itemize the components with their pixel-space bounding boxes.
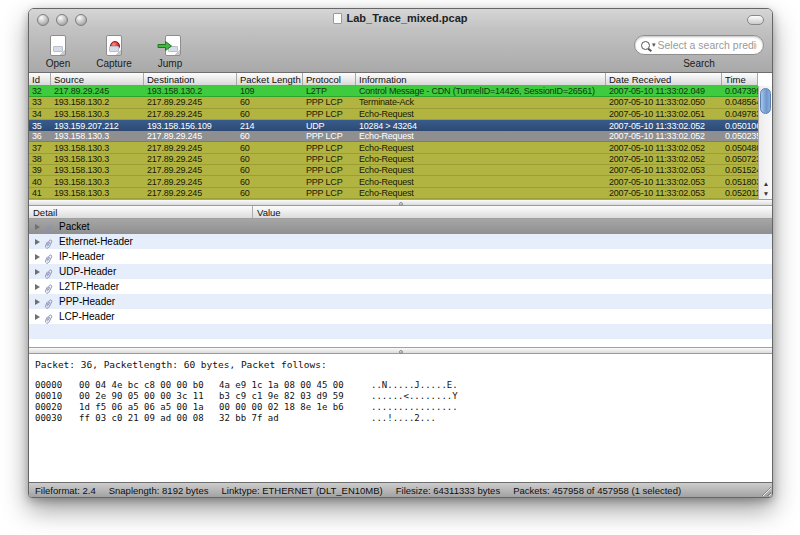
- detail-row-packet[interactable]: Packet: [29, 219, 772, 234]
- cell-protocol: PPP LCP: [303, 143, 356, 153]
- cell-id: 41: [29, 188, 51, 198]
- cell-destination: 217.89.29.245: [144, 177, 237, 187]
- detail-label: IP-Header: [59, 251, 105, 262]
- column-header-destination[interactable]: Destination: [144, 73, 237, 85]
- disclosure-triangle-icon[interactable]: [35, 299, 40, 305]
- column-header-id[interactable]: Id: [29, 73, 51, 85]
- column-header-time[interactable]: Time: [722, 73, 758, 85]
- cell-information: Terminate-Ack: [356, 97, 606, 107]
- hex-dump-pane[interactable]: Packet: 36, Packetlength: 60 bytes, Pack…: [29, 354, 772, 484]
- detail-hex-splitter[interactable]: [29, 347, 772, 354]
- detail-label: L2TP-Header: [59, 281, 119, 292]
- packet-row[interactable]: 34193.158.130.3217.89.29.24560PPP LCPEch…: [29, 109, 758, 120]
- detail-row-lcp-header[interactable]: LCP-Header: [29, 309, 772, 324]
- packet-row[interactable]: 40193.158.130.3217.89.29.24560PPP LCPEch…: [29, 176, 758, 187]
- disclosure-triangle-icon[interactable]: [35, 254, 40, 260]
- scroll-down-button[interactable]: ▼: [759, 189, 773, 199]
- hex-bytes: 32 bb 7f ad: [219, 413, 351, 424]
- cell-time: 0.051524: [722, 165, 758, 175]
- disclosure-triangle-icon[interactable]: [35, 269, 40, 275]
- packet-row[interactable]: 41193.158.130.3217.89.29.24560PPP LCPEch…: [29, 188, 758, 199]
- jump-icon: [159, 33, 181, 57]
- cell-date: 2007-05-10 11:33:02.049: [606, 86, 722, 96]
- packet-row[interactable]: 32217.89.29.245193.158.130.2109L2TPContr…: [29, 86, 758, 97]
- disclosure-triangle-icon[interactable]: [35, 224, 40, 230]
- column-header-information[interactable]: Information: [356, 73, 606, 85]
- app-window: Lab_Trace_mixed.pcap OpenCaptureJump ▾ S…: [28, 8, 773, 498]
- hex-offset: 00020: [35, 402, 79, 413]
- search-area: ▾ Select a search predicate Search: [634, 35, 764, 69]
- paperclip-icon: [43, 234, 56, 248]
- cell-protocol: PPP LCP: [303, 188, 356, 198]
- title-bar[interactable]: Lab_Trace_mixed.pcap: [29, 9, 772, 31]
- detail-pane: PacketEthernet-HeaderIP-HeaderUDP-Header…: [29, 219, 772, 347]
- paperclip-icon: [43, 264, 56, 278]
- cell-destination: 193.158.156.109: [144, 121, 237, 131]
- search-input[interactable]: ▾ Select a search predicate: [634, 35, 764, 55]
- search-label: Search: [634, 58, 764, 69]
- cell-source: 193.158.130.3: [51, 109, 144, 119]
- detail-row-ethernet-header[interactable]: Ethernet-Header: [29, 234, 772, 249]
- cell-length: 60: [237, 154, 303, 164]
- packet-row[interactable]: 35193.159.207.212193.158.156.109214UDP10…: [29, 120, 758, 131]
- open-document-icon: [50, 33, 66, 57]
- disclosure-triangle-icon[interactable]: [35, 239, 40, 245]
- scroll-up-button[interactable]: ▲: [759, 179, 773, 189]
- column-header-protocol[interactable]: Protocol: [303, 73, 356, 85]
- column-header-date-received[interactable]: Date Received: [606, 73, 722, 85]
- packet-row[interactable]: 38193.158.130.3217.89.29.24560PPP LCPEch…: [29, 154, 758, 165]
- detail-label: Packet: [59, 221, 90, 232]
- column-header-detail[interactable]: Detail: [29, 206, 253, 218]
- cell-information: Echo-Request: [356, 143, 606, 153]
- cell-information: 10284 > 43264: [356, 121, 606, 131]
- detail-row-ppp-header[interactable]: PPP-Header: [29, 294, 772, 309]
- cell-date: 2007-05-10 11:33:02.052: [606, 121, 722, 131]
- cell-destination: 217.89.29.245: [144, 143, 237, 153]
- scrollbar-thumb[interactable]: [760, 88, 771, 114]
- status-bar: Fileformat: 2.4Snaplength: 8192 bytesLin…: [29, 482, 772, 497]
- column-header-source[interactable]: Source: [51, 73, 144, 85]
- cell-length: 109: [237, 86, 303, 96]
- cell-length: 60: [237, 188, 303, 198]
- hex-line: 00030ff 03 c0 21 09 ad 00 0832 bb 7f ad.…: [35, 413, 772, 424]
- cell-source: 193.158.130.2: [51, 97, 144, 107]
- toolbar-toggle-button[interactable]: [747, 15, 764, 25]
- column-header-value[interactable]: Value: [253, 206, 772, 218]
- cell-date: 2007-05-10 11:33:02.052: [606, 131, 722, 141]
- cell-length: 60: [237, 97, 303, 107]
- detail-row-ip-header[interactable]: IP-Header: [29, 249, 772, 264]
- hex-dump-title: Packet: 36, Packetlength: 60 bytes, Pack…: [29, 354, 772, 370]
- detail-row-udp-header[interactable]: UDP-Header: [29, 264, 772, 279]
- packet-row[interactable]: 37193.158.130.3217.89.29.24560PPP LCPEch…: [29, 142, 758, 153]
- column-header-packet-length[interactable]: Packet Length: [237, 73, 303, 85]
- status-items: Fileformat: 2.4Snaplength: 8192 bytesLin…: [35, 485, 694, 496]
- cell-destination: 217.89.29.245: [144, 109, 237, 119]
- packet-table: 32217.89.29.245193.158.130.2109L2TPContr…: [29, 86, 758, 199]
- paperclip-icon: [43, 309, 56, 323]
- toolbar-button-open[interactable]: Open: [37, 33, 79, 69]
- cell-destination: 217.89.29.245: [144, 97, 237, 107]
- cell-source: 193.158.130.3: [51, 154, 144, 164]
- hex-ascii: ................: [371, 402, 458, 413]
- table-scrollbar[interactable]: ▲ ▼: [758, 86, 773, 199]
- toolbar-button-capture[interactable]: Capture: [93, 33, 135, 69]
- packet-row[interactable]: 39193.158.130.3217.89.29.24560PPP LCPEch…: [29, 165, 758, 176]
- packet-row[interactable]: 33193.158.130.2217.89.29.24560PPP LCPTer…: [29, 97, 758, 108]
- packet-row[interactable]: 36193.158.130.3217.89.29.24560PPP LCPEch…: [29, 131, 758, 142]
- disclosure-triangle-icon[interactable]: [35, 314, 40, 320]
- cell-source: 193.158.130.3: [51, 131, 144, 141]
- cell-date: 2007-05-10 11:33:02.053: [606, 165, 722, 175]
- cell-protocol: PPP LCP: [303, 109, 356, 119]
- cell-id: 32: [29, 86, 51, 96]
- cell-time: 0.050235: [722, 131, 758, 141]
- hex-bytes: 1d f5 06 a5 06 a5 00 1a: [79, 402, 211, 413]
- toolbar-button-jump[interactable]: Jump: [149, 33, 191, 69]
- cell-time: 0.051803: [722, 177, 758, 187]
- cell-length: 60: [237, 109, 303, 119]
- table-detail-splitter[interactable]: [29, 199, 772, 206]
- hex-bytes: 00 2e 90 05 00 00 3c 11: [79, 391, 211, 402]
- disclosure-triangle-icon[interactable]: [35, 284, 40, 290]
- detail-row-l2tp-header[interactable]: L2TP-Header: [29, 279, 772, 294]
- cell-destination: 193.158.130.2: [144, 86, 237, 96]
- resize-grip[interactable]: [759, 484, 771, 496]
